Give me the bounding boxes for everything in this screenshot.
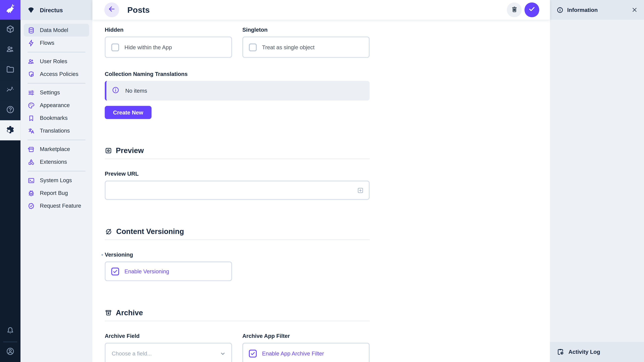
sidebar-item-settings[interactable]: Settings [24, 86, 89, 99]
section-divider [105, 158, 370, 159]
bookmark-icon [28, 114, 35, 122]
save-button[interactable] [524, 2, 539, 17]
singleton-checkbox-label: Treat as single object [262, 44, 314, 50]
palette-icon [28, 102, 35, 109]
archive-field-label: Archive Field [105, 333, 232, 339]
check-icon [528, 5, 536, 15]
sidebar-item-flows[interactable]: Flows [24, 36, 89, 49]
sidebar-nav: Data Model Flows User Roles Access Pol [20, 20, 92, 216]
archive-app-filter-field[interactable]: Enable App Archive Filter [242, 343, 370, 362]
project-fan-icon [27, 6, 35, 14]
content-versioning-title: Content Versioning [116, 227, 184, 236]
preview-section-title: Preview [116, 146, 144, 155]
archive-icon [105, 309, 112, 317]
enable-versioning-checkbox[interactable] [111, 268, 119, 275]
sidebar-item-label: Access Policies [40, 71, 78, 77]
versioning-field-label: Versioning [105, 252, 370, 258]
seal-check-icon [28, 202, 35, 210]
sidebar-divider [28, 52, 85, 53]
tune-icon [28, 89, 35, 96]
sidebar-item-label: Data Model [40, 27, 68, 33]
add-variable-icon[interactable] [356, 186, 364, 194]
activity-log-label: Activity Log [568, 349, 600, 355]
preview-section: Preview Preview URL [105, 146, 370, 200]
arrow-back-icon [108, 5, 116, 15]
archive-app-filter-checkbox[interactable] [249, 350, 257, 357]
sidebar-item-system-logs[interactable]: System Logs [24, 174, 89, 187]
info-icon [556, 6, 564, 13]
chevron-down-icon [219, 350, 226, 357]
sidebar-item-label: User Roles [40, 58, 68, 64]
sidebar-item-label: Request Feature [40, 203, 81, 209]
settings-form: Hidden Hide within the App Singleton Tre… [92, 20, 550, 362]
hidden-field-label: Hidden [105, 27, 232, 33]
preview-url-input[interactable] [105, 181, 370, 200]
close-icon[interactable] [631, 6, 638, 13]
hidden-checkbox-field[interactable]: Hide within the App [105, 36, 232, 58]
user-avatar-button[interactable] [0, 342, 20, 362]
insights-icon [6, 85, 15, 95]
sidebar-item-label: Translations [40, 128, 70, 134]
hidden-checkbox-label: Hide within the App [124, 44, 172, 50]
sidebar-item-bookmarks[interactable]: Bookmarks [24, 112, 89, 124]
module-files[interactable] [0, 60, 20, 80]
archive-field-select[interactable]: Choose a field... [105, 343, 232, 362]
sidebar-item-report-bug[interactable]: Report Bug [24, 187, 89, 199]
sidebar-item-label: Report Bug [40, 190, 68, 196]
sidebar-item-access-policies[interactable]: Access Policies [24, 68, 89, 80]
archive-field-placeholder: Choose a field... [112, 350, 152, 357]
module-users[interactable] [0, 40, 20, 60]
singleton-checkbox-field[interactable]: Treat as single object [242, 36, 370, 58]
archive-app-filter-label: Archive App Filter [242, 333, 370, 339]
bolt-icon [28, 39, 35, 46]
sidebar-item-label: System Logs [40, 177, 72, 184]
database-icon [28, 26, 35, 34]
terminal-icon [28, 177, 35, 184]
create-new-button[interactable]: Create New [105, 106, 152, 119]
versioning-icon [105, 228, 112, 236]
notifications-button[interactable] [0, 322, 20, 342]
activity-log-button[interactable]: Activity Log [550, 342, 644, 362]
module-help[interactable] [0, 100, 20, 120]
directus-logo[interactable] [0, 0, 20, 20]
enable-versioning-label: Enable Versioning [124, 268, 169, 274]
sidebar-item-user-roles[interactable]: User Roles [24, 55, 89, 68]
people-icon [28, 58, 35, 65]
hidden-checkbox[interactable] [111, 43, 119, 51]
sidebar-item-request-feature[interactable]: Request Feature [24, 199, 89, 212]
project-name: Directus [40, 7, 63, 13]
sidebar-divider [28, 83, 85, 84]
sidebar-item-translations[interactable]: Translations [24, 124, 89, 137]
info-panel-body [550, 20, 644, 342]
page-header: Posts [92, 0, 550, 20]
sidebar-item-marketplace[interactable]: Marketplace [24, 143, 89, 156]
module-bar-spacer [0, 140, 20, 322]
info-panel: Information Activity Log [550, 0, 644, 362]
back-button[interactable] [104, 2, 119, 17]
project-header[interactable]: Directus [20, 0, 92, 20]
help-icon [6, 105, 15, 116]
info-icon [112, 86, 120, 95]
sidebar-divider [28, 171, 85, 172]
section-divider [105, 239, 370, 240]
enable-versioning-field[interactable]: Enable Versioning [105, 261, 232, 281]
module-content[interactable] [0, 20, 20, 40]
folder-icon [6, 65, 15, 75]
singleton-field-label: Singleton [242, 27, 370, 33]
singleton-checkbox[interactable] [249, 43, 257, 51]
archive-app-filter-checkbox-label: Enable App Archive Filter [262, 350, 324, 357]
sidebar-divider [28, 140, 85, 140]
no-items-text: No items [125, 88, 147, 94]
no-items-notice: No items [105, 81, 370, 100]
main-area: Posts Hidden Hide within the App [92, 0, 550, 362]
module-settings[interactable] [0, 120, 20, 140]
sidebar-item-appearance[interactable]: Appearance [24, 99, 89, 112]
naming-translations-label: Collection Naming Translations [105, 71, 538, 78]
sidebar-item-data-model[interactable]: Data Model [24, 24, 89, 36]
sidebar-item-extensions[interactable]: Extensions [24, 156, 89, 168]
delete-button[interactable] [507, 2, 522, 17]
module-insights[interactable] [0, 80, 20, 100]
content-versioning-section: Content Versioning Versioning Enable Ver… [105, 227, 370, 281]
storefront-icon [28, 145, 35, 153]
preview-icon [105, 147, 112, 154]
